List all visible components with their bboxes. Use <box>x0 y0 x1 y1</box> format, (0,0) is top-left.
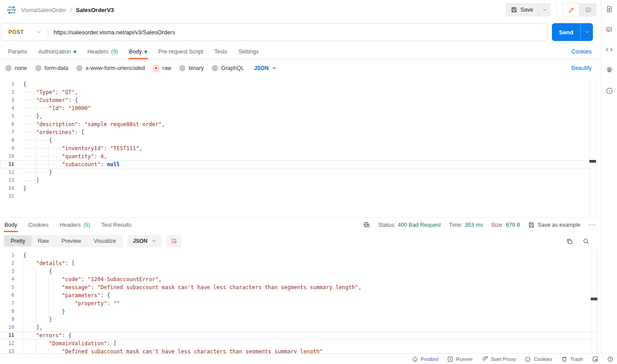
view-preview[interactable]: Preview <box>55 236 87 246</box>
code-line-8[interactable]: 8 } <box>0 307 597 315</box>
beautify-link[interactable]: Beautify <box>572 65 592 71</box>
view-raw[interactable]: Raw <box>32 236 55 246</box>
url-input[interactable] <box>48 29 547 36</box>
network-info-icon[interactable] <box>363 221 370 228</box>
pencil-icon <box>568 7 575 13</box>
code-icon[interactable] <box>605 46 613 53</box>
body-type-none[interactable]: none <box>5 65 27 71</box>
footer-help-button[interactable] <box>607 356 613 362</box>
code-line-14[interactable]: 14} <box>0 184 596 192</box>
code-line-15[interactable]: 15 <box>0 192 596 200</box>
code-line-7[interactable]: 7 "property": "" <box>0 299 597 307</box>
body-type-raw[interactable]: raw <box>153 65 171 71</box>
code-line-12[interactable]: 12········} <box>0 168 596 176</box>
footer-trash-button[interactable]: Trash <box>561 356 583 362</box>
footer-start-proxy-button[interactable]: Start Proxy <box>482 356 516 362</box>
code-line-6[interactable]: 6 "parameters": { <box>0 291 597 299</box>
code-line-6[interactable]: 6····"description":·"sample·reque88st·or… <box>0 120 596 128</box>
code-line-10[interactable]: 10 ], <box>0 323 597 331</box>
code-line-1[interactable]: 1{ <box>0 80 596 88</box>
response-tab-body[interactable]: Body <box>1 218 21 232</box>
view-visualize[interactable]: Visualize <box>87 236 122 246</box>
copy-icon[interactable] <box>566 238 573 245</box>
send-button[interactable]: Send <box>552 23 593 41</box>
tab-params[interactable]: Params <box>4 45 31 59</box>
response-format-dropdown[interactable]: JSON <box>128 235 162 247</box>
tab-pre-request-script[interactable]: Pre-request Script <box>155 45 207 59</box>
code-line-3[interactable]: 3····"Customer":·{ <box>0 96 596 104</box>
line-number: 3 <box>0 267 14 275</box>
response-tab-test-results[interactable]: Test Results <box>98 218 135 232</box>
code-line-2[interactable]: 2 "details": [ <box>0 259 597 267</box>
tab-body[interactable]: Body <box>126 45 151 59</box>
response-tab-cookies[interactable]: Cookies <box>25 218 52 232</box>
code-line-10[interactable]: 10············"quantity":·4, <box>0 152 596 160</box>
response-editor-scrollbar[interactable] <box>591 249 597 353</box>
body-type-form-data[interactable]: form-data <box>35 65 69 71</box>
code-line-3[interactable]: 3 { <box>0 267 597 275</box>
body-type-graphql[interactable]: GraphQL <box>212 65 244 71</box>
code-line-11[interactable]: 11 "errors": { <box>0 331 597 339</box>
save-button[interactable]: Save <box>506 3 539 16</box>
line-number: 11 <box>0 160 14 168</box>
request-editor-scrollbar[interactable] <box>589 79 596 217</box>
status-value: 400 Bad Request <box>398 222 441 228</box>
wrap-lines-button[interactable] <box>166 235 181 247</box>
method-selector[interactable]: POST <box>1 29 48 35</box>
documentation-icon[interactable] <box>606 5 613 13</box>
comment-icon[interactable] <box>606 26 613 33</box>
footer-runner-button[interactable]: Runner <box>447 356 473 362</box>
topbar: HTTP VismaSalesOrder / SalesOrderV3 Save <box>0 0 601 20</box>
breadcrumb-collection[interactable]: VismaSalesOrder <box>21 7 66 13</box>
code-line-4[interactable]: 4 "code": "1204-SubaccountError", <box>0 275 597 283</box>
search-icon[interactable] <box>583 238 589 245</box>
edit-mode-button[interactable] <box>563 3 580 16</box>
code-line-2[interactable]: 2····"Type":·"QT", <box>0 88 596 96</box>
footer-postbot-button[interactable]: Postbot <box>412 356 438 362</box>
code-line-9[interactable]: 9············"inventoryId":·"TEST111", <box>0 144 596 152</box>
chevron-down-icon <box>151 238 156 244</box>
more-options-icon[interactable] <box>588 222 596 228</box>
cookies-link[interactable]: Cookies <box>572 49 592 55</box>
code-line-9[interactable]: 9 } <box>0 315 597 323</box>
body-type-binary[interactable]: binary <box>179 65 204 71</box>
footer-cookies-button[interactable]: Cookies <box>525 356 552 362</box>
response-editor[interactable]: 1{2 "details": [3 {4 "code": "1204-Subac… <box>0 251 597 353</box>
code-line-8[interactable]: 8········{ <box>0 136 596 144</box>
tab-authorization[interactable]: Authorization <box>35 45 80 59</box>
tab-tests[interactable]: Tests <box>211 45 231 59</box>
save-as-example-button[interactable]: Save as example <box>528 222 580 228</box>
body-type-x-www-form-urlencoded[interactable]: x-www-form-urlencoded <box>76 65 145 71</box>
info-icon[interactable] <box>606 87 613 94</box>
line-number: 9 <box>0 144 14 152</box>
code-line-13[interactable]: 13····] <box>0 176 596 184</box>
status-bar: PostbotRunnerStart ProxyCookiesTrash <box>0 353 617 364</box>
code-line-13[interactable]: 13 "Defined subaccount mask can't have l… <box>0 348 597 353</box>
footer-grid-button[interactable] <box>592 356 598 362</box>
send-options-button[interactable] <box>581 29 593 35</box>
line-number: 8 <box>0 307 14 315</box>
line-number: 15 <box>0 192 14 200</box>
code-line-4[interactable]: 4········"Id":·"10000" <box>0 104 596 112</box>
response-view-switcher: PrettyRawPreviewVisualize <box>4 235 123 247</box>
body-type-list: noneform-datax-www-form-urlencodedrawbin… <box>5 65 244 71</box>
tab-settings[interactable]: Settings <box>235 45 262 59</box>
help-icon <box>607 356 613 362</box>
view-pretty[interactable]: Pretty <box>4 236 32 246</box>
code-line-1[interactable]: 1{ <box>0 251 597 259</box>
code-line-5[interactable]: 5 "message": "Defined subaccount mask ca… <box>0 283 597 291</box>
code-line-7[interactable]: 7····"orderLines":·[ <box>0 128 596 136</box>
code-line-5[interactable]: 5····}, <box>0 112 596 120</box>
footer-label: Runner <box>456 356 473 362</box>
request-editor[interactable]: 1{2····"Type":·"QT",3····"Customer":·{4·… <box>0 80 596 200</box>
lightbulb-icon[interactable] <box>606 66 613 74</box>
body-type-bar: noneform-datax-www-form-urlencodedrawbin… <box>0 61 601 75</box>
comments-button[interactable] <box>580 3 596 16</box>
postman-app: HTTP VismaSalesOrder / SalesOrderV3 Save <box>0 0 617 364</box>
request-format-dropdown[interactable]: JSON <box>254 65 277 71</box>
response-tab-headers[interactable]: Headers(5) <box>56 218 94 232</box>
code-line-12[interactable]: 12 "DomainValidation": [ <box>0 339 597 348</box>
code-line-11[interactable]: 11············"subaccount":·null <box>0 160 596 168</box>
save-options-button[interactable] <box>539 3 551 16</box>
tab-headers[interactable]: Headers(9) <box>84 45 122 59</box>
